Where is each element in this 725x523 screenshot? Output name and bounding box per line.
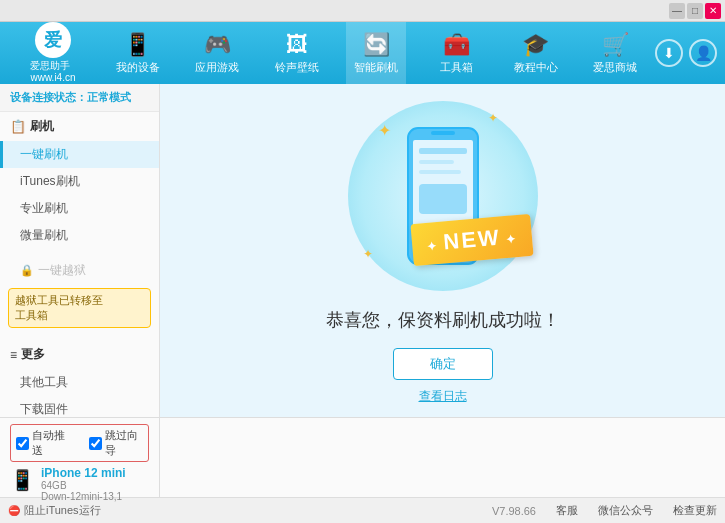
status-label: 设备连接状态： <box>10 91 87 103</box>
confirm-btn-label: 确定 <box>430 356 456 371</box>
device-phone-icon: 📱 <box>10 468 35 492</box>
nav-toolbox[interactable]: 🧰 工具箱 <box>426 22 486 84</box>
device-system: Down-12mini-13,1 <box>41 491 126 502</box>
ai-store-label: 爱思商城 <box>593 60 637 75</box>
download-firmware-label: 下载固件 <box>20 402 68 416</box>
device-card-info: iPhone 12 mini 64GB Down-12mini-13,1 <box>41 466 126 502</box>
nav-apps-games[interactable]: 🎮 应用游戏 <box>187 22 247 84</box>
device-name: iPhone 12 mini <box>41 466 126 480</box>
jailbreak-notice-text: 越狱工具已转移至工具箱 <box>15 294 103 321</box>
sidebar-item-one-key-flash[interactable]: 一键刷机 <box>0 141 159 168</box>
sidebar: 设备连接状态：正常模式 📋 刷机 一键刷机 iTunes刷机 专业刷机 微量刷机 <box>0 84 160 417</box>
success-title: 恭喜您，保资料刷机成功啦！ <box>326 308 560 332</box>
smart-flash-label: 智能刷机 <box>354 60 398 75</box>
content-area: ✦ ✦ ✦ <box>160 84 725 417</box>
sidebar-item-other-tools[interactable]: 其他工具 <box>0 369 159 396</box>
other-tools-label: 其他工具 <box>20 375 68 389</box>
user-btn[interactable]: 👤 <box>689 39 717 67</box>
apps-games-label: 应用游戏 <box>195 60 239 75</box>
nav-tutorial[interactable]: 🎓 教程中心 <box>506 22 566 84</box>
itunes-status: ⛔ 阻止iTunes运行 <box>8 503 101 518</box>
phone-container: ✦ ✦ ✦ <box>343 96 543 296</box>
ai-store-icon: 🛒 <box>602 32 629 58</box>
toolbox-label: 工具箱 <box>440 60 473 75</box>
sparkle-2: ✦ <box>488 111 498 125</box>
bottom-strip-right <box>160 418 725 497</box>
itunes-status-text: 阻止iTunes运行 <box>24 503 101 518</box>
more-section-header: ≡ 更多 <box>0 340 159 369</box>
confirm-button[interactable]: 确定 <box>393 348 493 380</box>
svg-rect-2 <box>431 131 455 135</box>
success-illustration: ✦ ✦ ✦ <box>326 96 560 405</box>
my-device-icon: 📱 <box>124 32 151 58</box>
one-key-flash-label: 一键刷机 <box>20 147 68 161</box>
more-section-label: 更多 <box>21 346 45 363</box>
nav-ai-store[interactable]: 🛒 爱思商城 <box>585 22 645 84</box>
status-value: 正常模式 <box>87 91 131 103</box>
checkbox-row: 自动推送 跳过向导 <box>10 424 149 462</box>
logo-area: 爱 爱思助手 www.i4.cn <box>8 22 98 84</box>
more-section-icon: ≡ <box>10 348 17 362</box>
flash-section-header: 📋 刷机 <box>0 112 159 141</box>
skip-wizard-checkbox[interactable] <box>89 437 102 450</box>
logo-text: 爱思助手 www.i4.cn <box>30 60 75 84</box>
auto-push-checkbox-item: 自动推送 <box>16 428 71 458</box>
minimize-btn[interactable]: — <box>669 3 685 19</box>
phone-circle: ✦ ✦ ✦ <box>348 101 538 291</box>
lock-icon: 🔒 <box>20 264 34 277</box>
wechat-public-link[interactable]: 微信公众号 <box>598 503 653 518</box>
maximize-btn[interactable]: □ <box>687 3 703 19</box>
titlebar: — □ ✕ <box>0 0 725 22</box>
svg-rect-4 <box>419 148 467 154</box>
check-update-link[interactable]: 检查更新 <box>673 503 717 518</box>
jailbreak-label: 一键越狱 <box>38 262 86 279</box>
work-area: 设备连接状态：正常模式 📋 刷机 一键刷机 iTunes刷机 专业刷机 微量刷机 <box>0 84 725 417</box>
itunes-status-icon: ⛔ <box>8 505 20 516</box>
nav-my-device[interactable]: 📱 我的设备 <box>108 22 168 84</box>
auto-push-label: 自动推送 <box>32 428 71 458</box>
device-storage: 64GB <box>41 480 126 491</box>
bottom-strip: 自动推送 跳过向导 📱 iPhone 12 mini 64GB Down-12m… <box>0 417 725 497</box>
secondary-link[interactable]: 查看日志 <box>419 388 467 405</box>
nav-ringtone[interactable]: 🖼 铃声壁纸 <box>267 22 327 84</box>
itunes-flash-label: iTunes刷机 <box>20 174 80 188</box>
tutorial-icon: 🎓 <box>522 32 549 58</box>
smart-flash-icon: 🔄 <box>363 32 390 58</box>
app-wrapper: — □ ✕ 爱 爱思助手 www.i4.cn 📱 我的设备 🎮 应用游戏 🖼 铃… <box>0 0 725 523</box>
bottom-strip-left: 自动推送 跳过向导 📱 iPhone 12 mini 64GB Down-12m… <box>0 418 160 497</box>
new-badge: NEW <box>411 214 534 266</box>
device-card: 📱 iPhone 12 mini 64GB Down-12mini-13,1 <box>10 466 149 502</box>
nav-right-buttons: ⬇ 👤 <box>655 39 717 67</box>
skip-wizard-checkbox-item: 跳过向导 <box>89 428 144 458</box>
skip-wizard-label: 跳过向导 <box>105 428 144 458</box>
nav-smart-flash[interactable]: 🔄 智能刷机 <box>346 22 406 84</box>
very-bottom-right: V7.98.66 客服 微信公众号 检查更新 <box>101 503 717 518</box>
svg-rect-7 <box>419 184 467 214</box>
sidebar-disabled-jailbreak: 🔒 一键越狱 <box>0 257 159 284</box>
sidebar-item-micro-flash[interactable]: 微量刷机 <box>0 222 159 249</box>
nav-items: 📱 我的设备 🎮 应用游戏 🖼 铃声壁纸 🔄 智能刷机 🧰 工具箱 🎓 <box>98 22 655 84</box>
flash-section-icon: 📋 <box>10 119 26 134</box>
topnav: 爱 爱思助手 www.i4.cn 📱 我的设备 🎮 应用游戏 🖼 铃声壁纸 🔄 … <box>0 22 725 84</box>
flash-section-label: 刷机 <box>30 118 54 135</box>
sidebar-item-itunes-flash[interactable]: iTunes刷机 <box>0 168 159 195</box>
pro-flash-label: 专业刷机 <box>20 201 68 215</box>
logo-icon: 爱 <box>35 22 71 58</box>
ringtone-icon: 🖼 <box>286 32 308 58</box>
svg-rect-6 <box>419 170 461 174</box>
status-bar: 设备连接状态：正常模式 <box>0 84 159 112</box>
micro-flash-label: 微量刷机 <box>20 228 68 242</box>
sidebar-item-pro-flash[interactable]: 专业刷机 <box>0 195 159 222</box>
jailbreak-notice: 越狱工具已转移至工具箱 <box>8 288 151 328</box>
apps-games-icon: 🎮 <box>204 32 231 58</box>
auto-push-checkbox[interactable] <box>16 437 29 450</box>
toolbox-icon: 🧰 <box>443 32 470 58</box>
svg-rect-5 <box>419 160 454 164</box>
download-btn[interactable]: ⬇ <box>655 39 683 67</box>
ringtone-label: 铃声壁纸 <box>275 60 319 75</box>
customer-service-link[interactable]: 客服 <box>556 503 578 518</box>
sidebar-item-download-firmware[interactable]: 下载固件 <box>0 396 159 417</box>
close-btn[interactable]: ✕ <box>705 3 721 19</box>
version-text: V7.98.66 <box>492 505 536 517</box>
tutorial-label: 教程中心 <box>514 60 558 75</box>
